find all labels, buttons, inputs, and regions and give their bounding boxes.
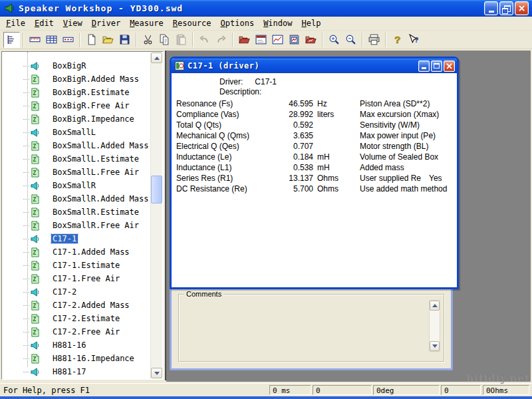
grid-view-button[interactable] (43, 32, 60, 48)
status-panel-2: 0 (313, 385, 372, 395)
param-row: Mechanical Q (Qms)3.635 (176, 130, 338, 141)
menu-edit[interactable]: Edit (30, 17, 59, 29)
menu-view[interactable]: View (59, 17, 87, 29)
tree-item-boxbigr-free-air[interactable]: ZBoxBigR.Free Air (2, 99, 151, 112)
menu-mnemonic: E (35, 19, 39, 28)
tree-view-button[interactable] (3, 32, 20, 48)
tree-item-label: C17-2.Added Mass (51, 301, 131, 310)
close-icon: × (518, 3, 526, 13)
dialog-titlebar[interactable]: C17-1 (driver) × (172, 59, 457, 73)
new-document-icon (86, 34, 97, 45)
toolbar-separator (79, 33, 80, 47)
menu-window[interactable]: Window (259, 17, 297, 29)
close-button[interactable]: × (444, 61, 455, 72)
param-row: Electrical Q (Qes)0.707 (176, 141, 338, 152)
tree-item-boxbigr[interactable]: BoxBigR (2, 59, 151, 72)
tree-item-boxsmalll-estimate[interactable]: ZBoxSmallL.Estimate (2, 152, 151, 166)
dialog-content: Driver:C17-1 Description: Resonance (Fs)… (172, 73, 457, 287)
tree-item-h881-17[interactable]: H881-17 (2, 365, 151, 378)
menu-help[interactable]: Help (297, 17, 325, 29)
comments-scroll-down-button[interactable] (430, 341, 440, 351)
new-document-button[interactable] (83, 32, 100, 48)
toolbar-separator (136, 33, 137, 47)
tree-item-c17-2-estimate[interactable]: ZC17-2.Estimate (2, 312, 151, 325)
driver-label: Driver: (219, 77, 243, 86)
window-titlebar[interactable]: Speaker Workshop - YD300.swd × (0, 0, 532, 17)
menu-mnemonic: H (301, 19, 306, 28)
tree-item-h881-16[interactable]: H881-16 (2, 338, 151, 352)
minimize-button[interactable] (418, 61, 430, 72)
zoom-out-button[interactable] (342, 32, 359, 48)
comments-scrollbar[interactable] (429, 300, 440, 352)
toolbar-separator (322, 33, 323, 47)
impedance-doc-icon: Z (30, 221, 40, 231)
maximize-button[interactable] (431, 61, 442, 72)
param-unit: mH (313, 162, 338, 173)
tree-item-c17-1-estimate[interactable]: ZC17-1.Estimate (2, 259, 151, 272)
tree-item-boxbigr-estimate[interactable]: ZBoxBigR.Estimate (2, 86, 151, 99)
tree-item-boxsmallr-free-air[interactable]: ZBoxSmallR.Free Air (2, 219, 151, 232)
properties-window-button[interactable] (253, 32, 269, 48)
svg-text:Z: Z (33, 103, 36, 110)
tree-item-c17-1[interactable]: C17-1 (2, 232, 151, 245)
context-help-button[interactable]: ? (406, 32, 422, 48)
scrollbar-thumb[interactable] (151, 176, 162, 203)
scroll-down-button[interactable] (151, 368, 162, 378)
status-help-text: For Help, press F1 (3, 386, 90, 395)
comments-scroll-up-button[interactable] (430, 301, 440, 311)
export-save-button[interactable] (286, 32, 303, 48)
client-area: BoxBigRZBoxBigR.Added MassZBoxBigR.Estim… (0, 49, 532, 383)
tree-item-boxsmallr-estimate[interactable]: ZBoxSmallR.Estimate (2, 205, 151, 219)
tree-item-c17-2[interactable]: C17-2 (2, 285, 151, 299)
scroll-up-button[interactable] (151, 53, 162, 63)
menu-driver[interactable]: Driver (87, 17, 125, 29)
tree-item-h881-16-impedance[interactable]: ZH881-16.Impedance (2, 352, 151, 365)
open-folder-icon (102, 34, 114, 45)
menu-file[interactable]: File (1, 17, 30, 29)
tree-item-boxsmalll-added-mass[interactable]: ZBoxSmallL.Added Mass (2, 139, 151, 152)
impedance-doc-icon: Z (30, 74, 40, 84)
menu-measure[interactable]: Measure (125, 17, 168, 29)
chart-window-button[interactable] (269, 32, 286, 48)
param-label: Sensitivity (W/M) (360, 120, 420, 130)
save-button[interactable] (116, 32, 133, 48)
zoom-in-button[interactable] (326, 32, 342, 48)
tree-item-boxsmalll[interactable]: BoxSmallL (2, 126, 151, 139)
tree-item-boxsmallr[interactable]: BoxSmallR (2, 179, 151, 192)
import-folder-button[interactable] (236, 32, 253, 48)
tree-item-label: BoxBigR (51, 61, 88, 70)
tree-item-c17-2-added-mass[interactable]: ZC17-2.Added Mass (2, 299, 151, 312)
restore-button[interactable] (499, 1, 513, 15)
tree-item-c17-1-added-mass[interactable]: ZC17-1.Added Mass (2, 245, 151, 259)
param-value: 0.184 (275, 152, 313, 162)
fields-view-button[interactable] (60, 32, 76, 48)
tree-item-boxbigr-added-mass[interactable]: ZBoxBigR.Added Mass (2, 72, 151, 86)
menu-options[interactable]: Options (216, 17, 259, 29)
tree-item-boxbigr-impedance[interactable]: ZBoxBigR.Impedance (2, 112, 151, 126)
copy-button[interactable] (156, 32, 173, 48)
cut-button[interactable] (140, 32, 156, 48)
help-button[interactable]: ? (389, 32, 406, 48)
param-value: 5.700 (275, 184, 313, 194)
tree-scrollbar[interactable] (150, 53, 162, 378)
driver-properties-window[interactable]: Comments (170, 285, 453, 370)
speaker-icon (30, 340, 40, 350)
comments-textarea[interactable] (182, 299, 424, 356)
tree-item-boxsmallr-added-mass[interactable]: ZBoxSmallR.Added Mass (2, 192, 151, 205)
tree-item-boxsmalll-free-air[interactable]: ZBoxSmallL.Free Air (2, 166, 151, 179)
tree-item-c17-2-free-air[interactable]: ZC17-2.Free Air (2, 325, 151, 338)
param-value (430, 98, 438, 109)
zoom-in-icon (329, 34, 340, 45)
menu-resource[interactable]: Resource (168, 17, 216, 29)
impedance-doc-icon: Z (30, 301, 40, 311)
tree-item-label: BoxSmallR.Free Air (51, 221, 140, 230)
minimize-button[interactable] (484, 1, 498, 15)
tree-item-c17-1-free-air[interactable]: ZC17-1.Free Air (2, 272, 151, 285)
tree-item-label: H881-16.Impedance (51, 354, 136, 363)
ruler-view-button[interactable] (27, 32, 43, 48)
print-button[interactable] (366, 32, 382, 48)
param-label: Added mass (360, 162, 404, 173)
close-button[interactable]: × (515, 1, 529, 15)
open-folder-button[interactable] (100, 32, 116, 48)
export-folder-button[interactable] (303, 32, 319, 48)
